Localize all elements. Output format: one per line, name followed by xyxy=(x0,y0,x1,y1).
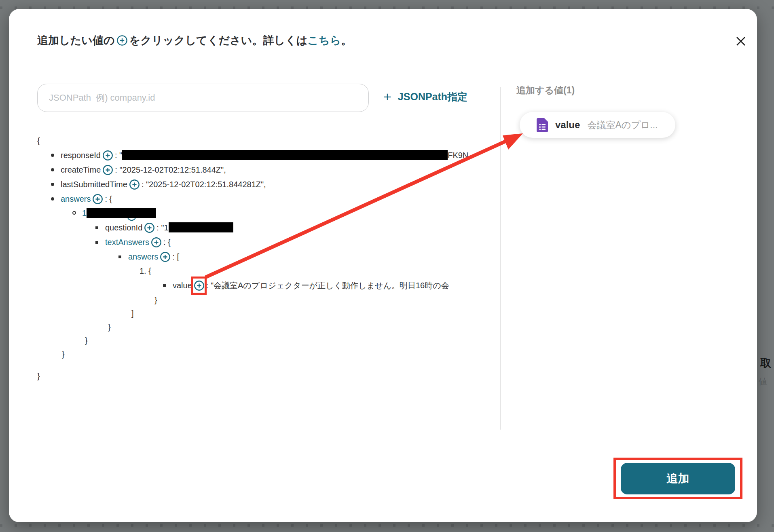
json-tree-line: value: "会議室Aのプロジェクターが正しく動作しません。明日16時の会 xyxy=(173,278,449,293)
json-tree-line: textAnswers: { xyxy=(105,235,171,249)
square-bullet-icon xyxy=(118,255,121,258)
add-value-plus-icon[interactable] xyxy=(144,222,155,233)
close-icon xyxy=(735,35,747,47)
square-bullet-icon xyxy=(163,284,166,287)
json-punctuation: } xyxy=(154,296,157,304)
json-tree-line: createTime: "2025-12-02T02:12:51.844Z", xyxy=(61,163,226,177)
selected-value-chip[interactable]: value 会議室Aのプロ... xyxy=(520,112,675,138)
disc-bullet-icon xyxy=(51,168,54,171)
json-tree-line: } xyxy=(108,320,111,334)
json-punctuation: : "会議室Aのプロジェクターが正しく動作しません。明日16時の会 xyxy=(206,281,449,290)
chip-value-preview: 会議室Aのプロ... xyxy=(587,119,658,131)
background-peek-text: 取 xyxy=(760,356,771,370)
add-value-plus-icon[interactable] xyxy=(151,237,162,248)
chip-key-label: value xyxy=(555,119,580,131)
json-tree-line: answers: { xyxy=(61,192,112,206)
disc-bullet-icon xyxy=(51,154,54,157)
json-punctuation: ] xyxy=(131,309,134,318)
json-key-expandable[interactable]: textAnswers xyxy=(105,238,149,247)
panel-divider xyxy=(500,87,501,430)
json-punctuation: : { xyxy=(163,238,171,247)
json-tree-line: } xyxy=(85,333,88,348)
json-punctuation: 1. { xyxy=(140,266,151,275)
square-bullet-icon xyxy=(95,226,98,229)
json-tree-line: } xyxy=(37,369,40,383)
google-forms-icon xyxy=(537,118,548,132)
json-tree-line: 1. { xyxy=(140,264,151,278)
hidden-plus-icon xyxy=(127,211,136,221)
json-tree-line: } xyxy=(62,347,65,361)
json-response-tree: {responseId: "FK9NcreateTime: "2025-12-0… xyxy=(0,0,500,445)
json-tree-line: questionId: "1 xyxy=(105,220,233,235)
json-punctuation: : { xyxy=(105,194,112,203)
add-value-plus-icon[interactable] xyxy=(160,251,171,262)
json-punctuation: FK9N xyxy=(448,151,468,160)
json-punctuation: } xyxy=(108,323,111,331)
json-tree-line: answers: [ xyxy=(128,249,179,264)
json-key: createTime xyxy=(61,165,101,174)
json-key: value xyxy=(173,281,192,290)
json-key: questionId xyxy=(105,223,142,232)
json-tree-line: { xyxy=(37,133,40,148)
json-punctuation: : "2025-12-02T02:12:51.844281Z", xyxy=(142,180,266,189)
selected-values-heading: 追加する値(1) xyxy=(516,84,575,97)
json-key-expandable[interactable]: answers xyxy=(61,194,91,203)
redacted-bar xyxy=(122,150,448,160)
json-key: lastSubmittedTime xyxy=(61,180,127,189)
add-value-plus-icon[interactable] xyxy=(102,165,113,175)
square-bullet-icon xyxy=(95,241,98,244)
json-punctuation: : " xyxy=(115,151,122,160)
add-value-plus-icon[interactable] xyxy=(102,150,113,161)
add-button[interactable]: 追加 xyxy=(621,463,735,494)
json-punctuation: : "2025-12-02T02:12:51.844Z", xyxy=(115,165,226,174)
add-value-plus-icon[interactable] xyxy=(92,194,103,205)
json-key-expandable[interactable]: 1 xyxy=(82,209,87,217)
json-key-expandable[interactable]: answers xyxy=(128,252,158,261)
json-punctuation: { xyxy=(37,136,40,145)
redacted-bar xyxy=(87,208,156,218)
background-dashed-line xyxy=(0,524,774,527)
json-tree-line: lastSubmittedTime: "2025-12-02T02:12:51.… xyxy=(61,177,266,192)
json-tree-line: responseId: "FK9N xyxy=(61,148,468,163)
json-tree-line: ] xyxy=(131,306,134,321)
json-punctuation: } xyxy=(85,336,88,345)
redacted-bar xyxy=(169,222,233,232)
background-peek-text: 値 xyxy=(759,376,767,387)
disc-bullet-icon xyxy=(51,183,54,186)
close-button[interactable] xyxy=(732,32,750,50)
add-value-plus-icon[interactable] xyxy=(129,179,140,190)
json-tree-line: 1 xyxy=(82,206,156,220)
json-key: responseId xyxy=(61,151,101,160)
json-tree-line: } xyxy=(154,293,157,307)
json-punctuation: } xyxy=(62,350,65,359)
disc-bullet-icon xyxy=(51,197,54,201)
json-punctuation: } xyxy=(37,372,40,380)
add-value-plus-icon-highlighted[interactable] xyxy=(194,280,205,291)
json-punctuation: : "1 xyxy=(156,223,168,232)
screen: 取 値 追加したい値の をクリックしてください。詳しくは こちら 。 + JSO… xyxy=(0,0,774,532)
json-punctuation: : [ xyxy=(172,252,179,261)
circle-bullet-icon xyxy=(72,211,76,215)
